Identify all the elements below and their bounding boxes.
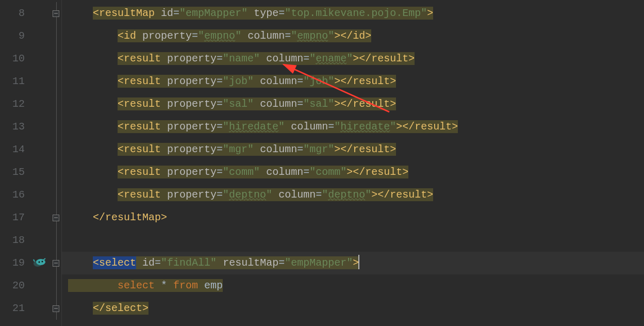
- code-line[interactable]: <result property="sal" column="sal"></re…: [62, 93, 644, 116]
- line-number: 9: [0, 25, 30, 47]
- line-number: 19: [0, 252, 30, 274]
- line-number: 16: [0, 184, 30, 206]
- svg-point-2: [39, 262, 40, 263]
- line-number: 8: [0, 2, 30, 25]
- code-line[interactable]: select * from emp: [62, 274, 644, 297]
- fold-toggle-icon[interactable]: [53, 10, 59, 17]
- line-number: 21: [0, 297, 30, 320]
- line-number: 12: [0, 93, 30, 116]
- code-line[interactable]: <result property="name" column="ename"><…: [62, 47, 644, 70]
- code-line[interactable]: [62, 229, 644, 252]
- code-line[interactable]: <result property="mgr" column="mgr"></re…: [62, 138, 644, 161]
- line-number-gutter: 8 9 10 11 12 13 14 15 16 17 18 19 20 21: [0, 0, 30, 326]
- line-number: 20: [0, 274, 30, 297]
- code-line[interactable]: <result property="job" column="job"></re…: [62, 70, 644, 93]
- fold-toggle-icon[interactable]: [53, 305, 59, 312]
- code-line[interactable]: <select id="findAll" resultMap="empMappe…: [62, 252, 644, 274]
- mybatis-mapper-icon[interactable]: [33, 257, 46, 268]
- fold-toggle-icon[interactable]: [53, 260, 59, 267]
- line-number: 10: [0, 47, 30, 70]
- text-caret: [358, 255, 359, 269]
- code-line[interactable]: <resultMap id="empMapper" type="top.mike…: [62, 2, 644, 25]
- code-line[interactable]: <id property="empno" column="empno"></id…: [62, 25, 644, 47]
- fold-toggle-icon[interactable]: [53, 215, 59, 221]
- line-number: 14: [0, 138, 30, 161]
- fold-column: [51, 0, 62, 326]
- code-editor[interactable]: 8 9 10 11 12 13 14 15 16 17 18 19 20 21: [0, 0, 644, 326]
- line-number: 18: [0, 229, 30, 252]
- code-area[interactable]: <resultMap id="empMapper" type="top.mike…: [62, 0, 644, 326]
- line-number: 17: [0, 206, 30, 229]
- line-number: 11: [0, 70, 30, 93]
- code-line[interactable]: </select>: [62, 297, 644, 320]
- line-number: 13: [0, 116, 30, 138]
- code-line[interactable]: <result property="comm" column="comm"></…: [62, 161, 644, 184]
- code-line[interactable]: <result property="hiredate" column="hire…: [62, 116, 644, 138]
- gutter-icon-column: [30, 0, 51, 326]
- code-line[interactable]: </resultMap>: [62, 206, 644, 229]
- svg-point-3: [42, 261, 43, 263]
- line-number: 15: [0, 161, 30, 184]
- code-line[interactable]: <result property="deptno" column="deptno…: [62, 184, 644, 206]
